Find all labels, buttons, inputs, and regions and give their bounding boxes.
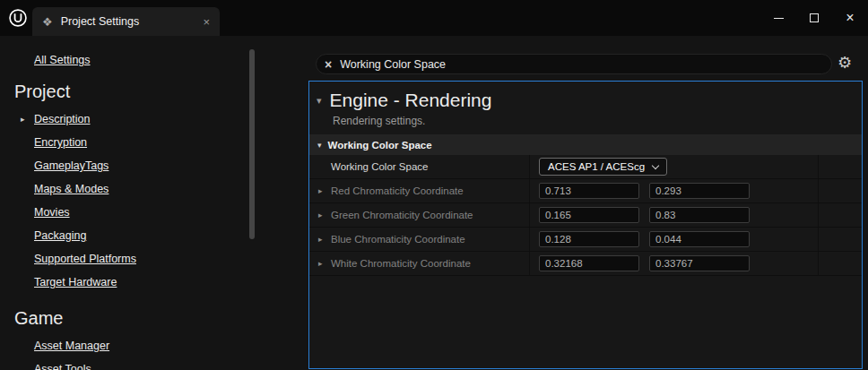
row-label-cell: ▸ White Chromaticity Coordinate	[309, 252, 530, 275]
chevron-down-icon	[652, 161, 659, 168]
expand-arrow-icon[interactable]: ▸	[318, 235, 323, 244]
coordinate-x-input[interactable]	[539, 207, 639, 223]
row-value-cell	[530, 179, 819, 202]
sidebar-item-packaging[interactable]: Packaging	[34, 224, 308, 247]
row-label-cell: Working Color Space	[309, 155, 530, 178]
close-button[interactable]: ×	[832, 0, 868, 36]
search-box[interactable]: ×	[316, 54, 832, 74]
panel-subtitle: Rendering settings.	[333, 115, 862, 127]
collapse-arrow-icon[interactable]: ▾	[317, 95, 322, 107]
sidebar-item-asset-tools[interactable]: Asset Tools	[34, 357, 308, 370]
setting-label: White Chromaticity Coordinate	[331, 258, 471, 269]
row-green-chromaticity: ▸ Green Chromaticity Coordinate	[309, 203, 862, 228]
reset-cell	[819, 179, 862, 202]
setting-label: Red Chromaticity Coordinate	[331, 185, 464, 196]
unreal-engine-logo-icon	[8, 8, 28, 28]
expand-arrow-icon[interactable]: ▸	[318, 259, 323, 268]
tab-title: Project Settings	[61, 15, 140, 28]
sidebar-item-label: Supported Platforms	[34, 253, 136, 265]
sidebar-item-maps-modes[interactable]: Maps & Modes	[34, 177, 308, 201]
project-settings-tab[interactable]: ❖ Project Settings ×	[32, 7, 220, 36]
reset-cell	[819, 228, 862, 251]
row-label-cell: ▸ Green Chromaticity Coordinate	[309, 203, 530, 227]
sidebar-item-encryption[interactable]: Encryption	[34, 131, 308, 154]
titlebar: ❖ Project Settings × ×	[0, 0, 868, 36]
setting-label: Working Color Space	[331, 161, 428, 172]
row-label-cell: ▸ Blue Chromaticity Coordinate	[309, 228, 530, 251]
clear-search-icon[interactable]: ×	[325, 58, 332, 71]
row-red-chromaticity: ▸ Red Chromaticity Coordinate	[309, 179, 862, 203]
sidebar-section-project: Project	[14, 82, 308, 102]
sidebar-section-game: Game	[14, 308, 308, 329]
settings-main: × ⚙ ▾ Engine - Rendering Rendering setti…	[308, 36, 868, 370]
panel-header: ▾ Engine - Rendering	[309, 82, 862, 111]
sidebar-item-label: Maps & Modes	[34, 183, 108, 195]
engine-rendering-panel: ▾ Engine - Rendering Rendering settings.…	[308, 81, 863, 369]
sidebar-item-movies[interactable]: Movies	[34, 201, 308, 224]
row-value-cell: ACES AP1 / ACEScg	[530, 155, 819, 178]
maximize-button[interactable]	[796, 0, 832, 36]
sidebar-item-supported-platforms[interactable]: Supported Platforms	[34, 247, 308, 271]
row-blue-chromaticity: ▸ Blue Chromaticity Coordinate	[309, 228, 862, 252]
panel-title: Engine - Rendering	[330, 90, 492, 111]
sidebar-item-label: Asset Manager	[34, 340, 109, 352]
coordinate-x-input[interactable]	[539, 255, 639, 271]
minimize-button[interactable]	[760, 0, 796, 36]
search-input[interactable]	[340, 58, 823, 71]
sidebar-item-gameplaytags[interactable]: GameplayTags	[34, 154, 308, 177]
coordinate-y-input[interactable]	[649, 183, 750, 199]
sidebar-item-label: Movies	[34, 206, 70, 219]
reset-cell	[819, 155, 862, 178]
category-label: Working Color Space	[328, 140, 432, 151]
sidebar-item-label: Packaging	[34, 229, 86, 242]
reset-cell	[819, 203, 862, 227]
expand-arrow-icon[interactable]: ▸	[318, 186, 323, 195]
settings-gear-icon[interactable]: ⚙	[838, 53, 852, 73]
window-controls: ×	[760, 0, 868, 36]
tab-close-icon[interactable]: ×	[203, 16, 210, 28]
sidebar-item-label: Description	[34, 113, 91, 125]
expand-arrow-icon[interactable]: ▸	[21, 115, 25, 124]
sidebar-item-label: Target Hardware	[34, 276, 117, 288]
sidebar-item-target-hardware[interactable]: Target Hardware	[34, 271, 308, 294]
row-working-color-space: Working Color Space ACES AP1 / ACEScg	[309, 155, 862, 179]
color-space-dropdown[interactable]: ACES AP1 / ACEScg	[539, 158, 667, 176]
category-collapse-icon[interactable]: ▾	[317, 141, 322, 150]
coordinate-y-input[interactable]	[649, 231, 750, 247]
settings-sidebar: All Settings Project ▸ Description Encry…	[0, 36, 308, 370]
sidebar-item-label: Asset Tools	[34, 363, 91, 370]
coordinate-x-input[interactable]	[539, 231, 639, 247]
expand-arrow-icon[interactable]: ▸	[318, 211, 323, 219]
setting-label: Green Chromaticity Coordinate	[331, 210, 473, 220]
sidebar-item-label: Encryption	[34, 136, 87, 149]
coordinate-x-input[interactable]	[539, 183, 639, 199]
sidebar-item-description[interactable]: ▸ Description	[34, 108, 308, 131]
sidebar-item-asset-manager[interactable]: Asset Manager	[34, 334, 308, 357]
row-label-cell: ▸ Red Chromaticity Coordinate	[309, 179, 530, 202]
sidebar-scrollbar[interactable]	[249, 49, 255, 239]
minimize-icon	[774, 18, 784, 19]
row-value-cell	[530, 203, 819, 227]
row-white-chromaticity: ▸ White Chromaticity Coordinate	[309, 252, 862, 276]
reset-cell	[819, 252, 862, 275]
dropdown-value: ACES AP1 / ACEScg	[548, 161, 645, 172]
row-value-cell	[530, 252, 819, 275]
category-working-color-space[interactable]: ▾ Working Color Space	[309, 134, 862, 155]
setting-label: Blue Chromaticity Coordinate	[331, 234, 465, 245]
maximize-icon	[810, 13, 819, 22]
coordinate-y-input[interactable]	[649, 207, 750, 223]
coordinate-y-input[interactable]	[649, 255, 750, 271]
sidebar-item-label: GameplayTags	[34, 159, 108, 172]
project-settings-tab-icon: ❖	[42, 16, 53, 28]
row-value-cell	[530, 228, 819, 251]
sidebar-item-all-settings[interactable]: All Settings	[34, 54, 91, 66]
